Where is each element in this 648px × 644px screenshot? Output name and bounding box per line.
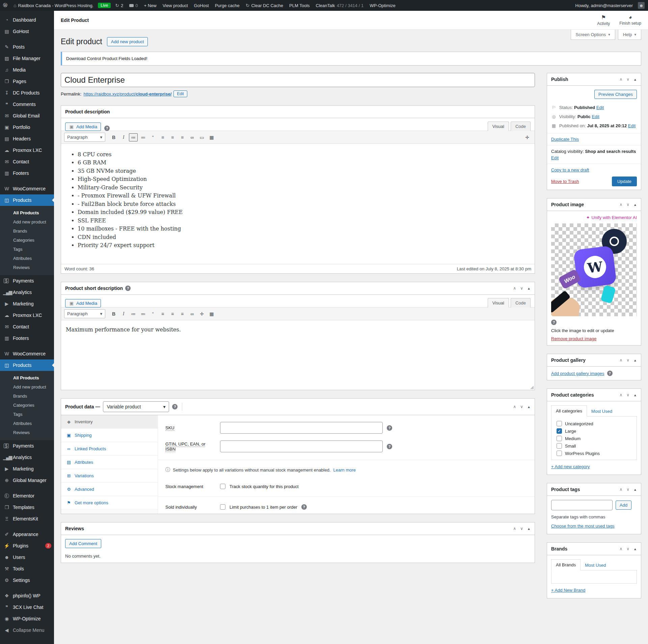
new-tag-input[interactable]	[551, 500, 613, 510]
wp-logo-icon[interactable]: Ⓦ	[0, 0, 10, 11]
submenu-add-new-product[interactable]: Add new product	[0, 382, 54, 392]
add-tag-button[interactable]: Add	[616, 501, 631, 510]
sidebar-item-woocommerce-2[interactable]: WWooCommerce	[0, 348, 54, 359]
sidebar-item-plugins[interactable]: ⚡Plugins2	[0, 540, 54, 552]
bold-button[interactable]: B	[109, 133, 118, 141]
product-image-thumbnail[interactable]: W Woo	[551, 223, 637, 316]
category-checkbox[interactable]	[557, 421, 562, 426]
edit-published-link[interactable]: Edit	[628, 123, 636, 128]
clear-dc-cache-menu[interactable]: ↻ Clear DC Cache	[243, 0, 286, 11]
sidebar-item-settings[interactable]: ⚙Settings	[0, 574, 54, 586]
add-media-button[interactable]: ▣ Add Media	[65, 299, 101, 307]
sidebar-item-contact-2[interactable]: ✉Contact	[0, 321, 54, 332]
move-down-icon[interactable]: ∨	[520, 286, 523, 291]
collapse-toggle-icon[interactable]: ▲	[633, 358, 637, 362]
bold-button[interactable]: B	[109, 310, 118, 318]
stock-management-checkbox[interactable]	[220, 484, 225, 489]
collapse-toggle-icon[interactable]: ▲	[527, 405, 531, 409]
move-down-icon[interactable]: ∨	[626, 546, 629, 551]
help-icon[interactable]: ?	[104, 126, 110, 131]
sidebar-item-products-2[interactable]: ◫Products	[0, 359, 54, 371]
numbered-list-button[interactable]: ≕	[139, 310, 147, 318]
submenu-tags[interactable]: Tags	[0, 245, 54, 254]
purge-cache-menu[interactable]: Purge cache	[212, 0, 243, 11]
sidebar-item-analytics[interactable]: ▁▄▆Analytics	[0, 287, 54, 298]
sidebar-item-woocommerce[interactable]: WWooCommerce	[0, 183, 54, 194]
description-editor-body[interactable]: 8 CPU cores 6 GB RAM 35 GB NVMe storage …	[61, 144, 535, 264]
expand-button[interactable]: ✛	[197, 310, 206, 318]
sku-input[interactable]	[220, 422, 383, 434]
help-tab[interactable]: Help ▾	[618, 30, 641, 40]
site-name-menu[interactable]: ⌂ Raidbox Canada - WordPress Hosting.	[10, 0, 97, 11]
move-up-icon[interactable]: ∧	[620, 77, 623, 82]
move-up-icon[interactable]: ∧	[513, 404, 516, 409]
add-comment-button[interactable]: Add Comment	[65, 539, 101, 548]
distraction-free-button[interactable]: ✛	[523, 133, 532, 141]
cleantalk-menu[interactable]: CleanTalk 472 / 3414 / 1	[313, 0, 367, 11]
learn-more-link[interactable]: Learn more	[333, 467, 356, 473]
sold-individually-checkbox[interactable]	[220, 504, 225, 510]
preview-changes-button[interactable]: Preview Changes	[594, 90, 637, 99]
sidebar-item-footers[interactable]: ▥Footers	[0, 167, 54, 179]
submenu-attributes[interactable]: Attributes	[0, 254, 54, 263]
all-brands-tab[interactable]: All Brands	[551, 559, 580, 570]
tab-inventory[interactable]: ◆Inventory	[61, 415, 158, 429]
collapse-toggle-icon[interactable]: ▲	[527, 287, 531, 290]
help-icon[interactable]: ?	[125, 286, 131, 291]
collapse-toggle-icon[interactable]: ▲	[633, 547, 637, 551]
help-icon[interactable]: ?	[387, 444, 392, 449]
resize-handle[interactable]: ◢	[530, 384, 534, 390]
finish-setup-button[interactable]: ◕ Finish setup	[619, 14, 641, 26]
submenu-brands[interactable]: Brands	[0, 392, 54, 401]
sidebar-item-file-manager[interactable]: ▨File Manager	[0, 53, 54, 64]
add-new-product-button[interactable]: Add new product	[107, 37, 148, 46]
link-button[interactable]: ∞	[188, 310, 196, 318]
sidebar-item-templates[interactable]: ❒Templates	[0, 502, 54, 513]
category-checkbox[interactable]	[557, 451, 562, 456]
sidebar-item-marketing[interactable]: ▶Marketing	[0, 298, 54, 310]
collapse-toggle-icon[interactable]: ▲	[633, 203, 637, 207]
sidebar-item-wp-optimize[interactable]: ◉WP-Optimize	[0, 613, 54, 624]
toolbar-toggle-button[interactable]: ▦	[207, 310, 216, 318]
sidebar-item-global-email[interactable]: ✉Global Email	[0, 110, 54, 122]
collapse-toggle-icon[interactable]: ▲	[633, 393, 637, 397]
move-up-icon[interactable]: ∧	[513, 286, 516, 291]
category-item[interactable]: ✓Large	[555, 427, 633, 435]
copy-to-new-draft-link[interactable]: Copy to a new draft	[551, 167, 589, 172]
collapse-toggle-icon[interactable]: ▲	[527, 527, 531, 531]
help-icon[interactable]: ?	[301, 504, 307, 510]
sidebar-item-dc-products[interactable]: ↧DC Products	[0, 87, 54, 99]
sidebar-item-global-manager[interactable]: ⊕Global Manager	[0, 475, 54, 486]
italic-button[interactable]: I	[119, 310, 128, 318]
visual-tab[interactable]: Visual	[488, 122, 509, 131]
sidebar-item-phpinfo[interactable]: ❖phpinfo() WP	[0, 590, 54, 601]
sidebar-item-appearance[interactable]: ✐Appearance	[0, 529, 54, 540]
add-new-category-link[interactable]: + Add new category	[551, 464, 590, 469]
most-used-tab[interactable]: Most Used	[587, 406, 617, 417]
move-to-trash-link[interactable]: Move to Trash	[551, 179, 579, 184]
bullet-list-button[interactable]: ≔	[129, 310, 138, 318]
tab-get-more-options[interactable]: ⚑Get more options	[61, 496, 158, 510]
update-button[interactable]: Update	[612, 177, 637, 186]
duplicate-this-link[interactable]: Duplicate This	[551, 137, 579, 142]
permalink-url[interactable]: https://raidbox.xyz/product/cloud-enterp…	[83, 91, 171, 97]
category-item[interactable]: WorPress Plugins	[555, 450, 633, 457]
product-type-select[interactable]: Variable product ▾	[103, 401, 169, 412]
sidebar-item-posts[interactable]: ✎Posts	[0, 41, 54, 53]
move-up-icon[interactable]: ∧	[620, 393, 623, 397]
edit-catalog-visibility-link[interactable]: Edit	[551, 155, 559, 160]
sidebar-item-products[interactable]: ◫Products	[0, 194, 54, 206]
sidebar-item-media[interactable]: ♫Media	[0, 64, 54, 76]
code-tab[interactable]: Code	[511, 298, 531, 307]
gtin-input[interactable]	[220, 440, 383, 452]
edit-permalink-button[interactable]: Edit	[173, 90, 187, 97]
move-down-icon[interactable]: ∨	[626, 202, 629, 207]
paragraph-format-select[interactable]: Paragraph ▾	[64, 309, 105, 318]
wp-optimize-menu[interactable]: WP-Optimize	[367, 0, 399, 11]
move-up-icon[interactable]: ∧	[620, 358, 623, 363]
sidebar-item-portfolio[interactable]: ▣Portfolio	[0, 122, 54, 133]
gohost-menu[interactable]: GoHost	[191, 0, 212, 11]
align-right-button[interactable]: ≡	[178, 133, 187, 141]
move-down-icon[interactable]: ∨	[626, 393, 629, 397]
category-item[interactable]: Medium	[555, 435, 633, 442]
